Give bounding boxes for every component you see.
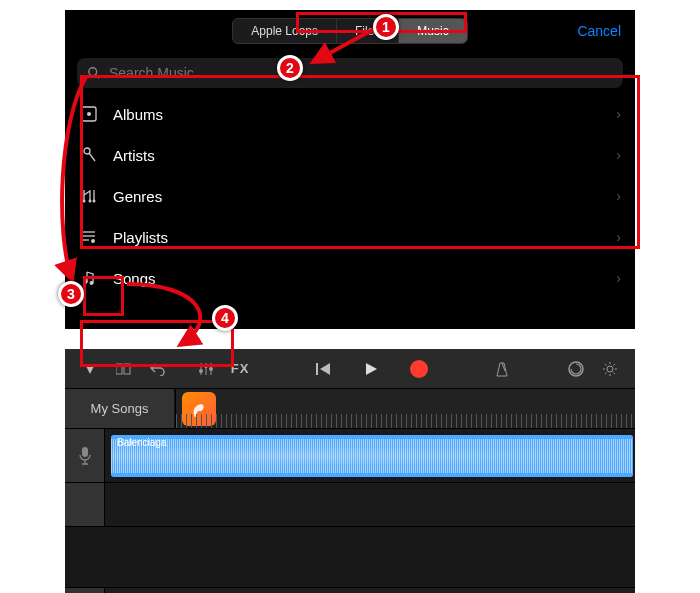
browser-button[interactable] [109, 354, 139, 384]
record-button[interactable] [404, 354, 434, 384]
svg-point-29 [607, 366, 613, 372]
track-header-mic[interactable] [65, 429, 105, 482]
track-editor-panel: FX My Songs [65, 349, 635, 593]
empty-area [65, 527, 635, 587]
svg-marker-26 [366, 363, 377, 375]
svg-point-22 [204, 364, 208, 368]
search-field[interactable] [77, 58, 623, 88]
browse-label: Albums [113, 106, 616, 123]
loop-browser-button[interactable] [561, 354, 591, 384]
segmented-control: Apple Loops Files Music [232, 18, 467, 44]
tab-apple-loops[interactable]: Apple Loops [233, 19, 337, 43]
chevron-right-icon: › [616, 106, 621, 122]
project-header-row: My Songs [65, 389, 635, 429]
svg-rect-24 [316, 363, 318, 375]
browse-list: Albums › Artists › Genres › Playlists › … [65, 94, 635, 299]
ruler-ticks [176, 414, 635, 428]
editor-toolbar: FX [65, 349, 635, 389]
track-lane[interactable]: Balenciaga [105, 429, 635, 482]
svg-point-7 [89, 200, 92, 203]
mixer-button[interactable] [191, 354, 221, 384]
audio-track-row: Balenciaga [65, 429, 635, 483]
chevron-right-icon: › [616, 147, 621, 163]
tab-music[interactable]: Music [399, 19, 466, 43]
chevron-right-icon: › [616, 229, 621, 245]
search-icon [87, 66, 101, 80]
browse-albums[interactable]: Albums › [65, 94, 635, 135]
genre-icon [79, 186, 99, 206]
mic-icon [79, 145, 99, 165]
tutorial-composite: Apple Loops Files Music Cancel Albums › … [0, 0, 700, 593]
microphone-icon [77, 446, 93, 466]
playlist-icon [79, 227, 99, 247]
timeline-ruler[interactable] [175, 389, 635, 428]
svg-marker-15 [85, 364, 95, 374]
undo-button[interactable] [143, 354, 173, 384]
browse-label: Artists [113, 147, 616, 164]
svg-line-5 [89, 153, 95, 161]
play-button[interactable] [356, 354, 386, 384]
browse-genres[interactable]: Genres › [65, 176, 635, 217]
search-input[interactable] [109, 65, 613, 81]
add-track-row: + [65, 587, 635, 593]
add-track-button[interactable]: + [65, 588, 105, 594]
svg-point-14 [90, 281, 94, 285]
svg-point-6 [83, 200, 86, 203]
svg-line-1 [96, 75, 100, 79]
settings-button[interactable] [595, 354, 625, 384]
svg-rect-17 [124, 364, 130, 374]
tracks-view-button[interactable] [75, 354, 105, 384]
my-songs-button[interactable]: My Songs [65, 389, 175, 428]
browse-label: Playlists [113, 229, 616, 246]
note-icon [79, 268, 99, 288]
album-icon [79, 104, 99, 124]
tab-files[interactable]: Files [337, 19, 399, 43]
region-name: Balenciaga [117, 437, 166, 448]
svg-point-12 [91, 239, 95, 243]
svg-rect-30 [82, 447, 88, 457]
svg-point-13 [84, 280, 88, 284]
rewind-button[interactable] [308, 354, 338, 384]
browse-artists[interactable]: Artists › [65, 135, 635, 176]
svg-point-0 [89, 68, 97, 76]
tab-bar: Apple Loops Files Music Cancel [65, 10, 635, 52]
track-header-empty[interactable] [65, 483, 105, 526]
cancel-button[interactable]: Cancel [577, 23, 621, 39]
music-browser-panel: Apple Loops Files Music Cancel Albums › … [65, 10, 635, 329]
svg-rect-16 [116, 364, 122, 374]
track-lane[interactable] [105, 483, 635, 526]
fx-button[interactable]: FX [225, 354, 255, 384]
svg-point-21 [199, 369, 203, 373]
svg-marker-25 [320, 363, 330, 375]
waveform [111, 435, 633, 477]
svg-point-8 [93, 200, 96, 203]
browse-label: Songs [113, 270, 616, 287]
empty-track-row [65, 483, 635, 527]
browse-label: Genres [113, 188, 616, 205]
chevron-right-icon: › [616, 270, 621, 286]
chevron-right-icon: › [616, 188, 621, 204]
svg-point-3 [87, 112, 91, 116]
browse-songs[interactable]: Songs › [65, 258, 635, 299]
audio-region[interactable]: Balenciaga [111, 435, 633, 477]
svg-point-23 [209, 367, 213, 371]
browse-playlists[interactable]: Playlists › [65, 217, 635, 258]
metronome-button[interactable] [487, 354, 517, 384]
